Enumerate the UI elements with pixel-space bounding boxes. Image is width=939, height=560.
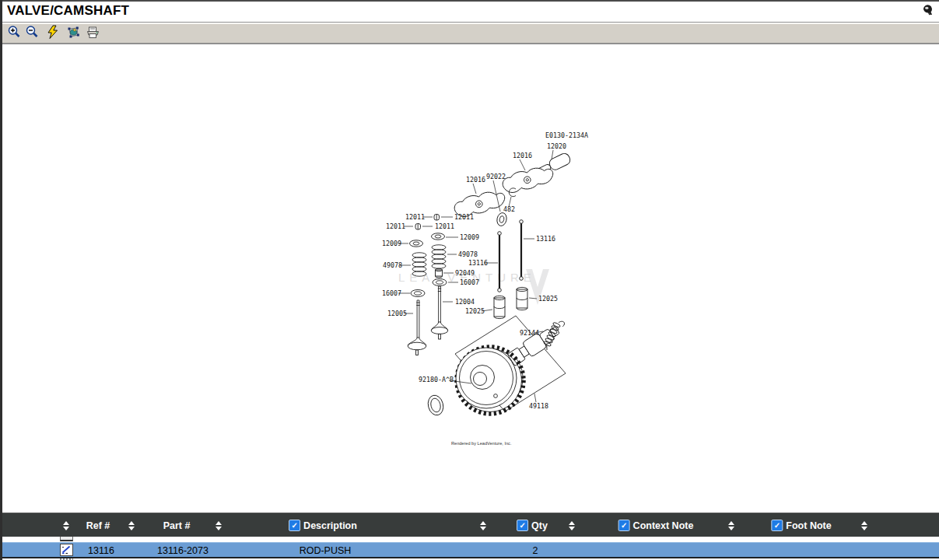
flash-button[interactable] <box>44 25 61 42</box>
cell-description: ROD-PUSH <box>300 543 352 558</box>
window-top-border <box>0 0 939 2</box>
part-label-92144[interactable]: 92144 <box>520 329 539 337</box>
part-label-49118[interactable]: 49118 <box>529 402 548 410</box>
part-label-12016-left[interactable]: 12016 <box>466 176 485 184</box>
zoom-out-icon <box>25 25 40 42</box>
edit-row-icon[interactable] <box>60 544 73 556</box>
parts-diagram: LEADVENTURE <box>0 44 939 513</box>
part-label-12025-left[interactable]: 12025 <box>465 307 485 315</box>
description-checkbox[interactable] <box>289 520 300 531</box>
part-label-12009-right[interactable]: 12009 <box>460 233 479 241</box>
sort-icon[interactable] <box>861 513 867 537</box>
column-header-context-note[interactable]: Context Note <box>618 513 694 537</box>
page-title: VALVE/CAMSHAFT <box>0 3 129 19</box>
context-note-checkbox[interactable] <box>618 520 630 531</box>
cell-ref: 13116 <box>88 543 114 558</box>
part-shape-12009-left[interactable] <box>410 240 423 247</box>
part-label-12004[interactable]: 12004 <box>455 298 475 306</box>
part-shape-49118[interactable] <box>455 316 566 414</box>
print-icon <box>86 26 100 42</box>
part-label-92180[interactable]: 92180-A^B <box>419 376 454 383</box>
sort-icon[interactable] <box>63 513 69 537</box>
print-button[interactable] <box>84 25 101 42</box>
column-header-part[interactable]: Part # <box>163 513 191 537</box>
column-header-foot-note[interactable]: Foot Note <box>771 513 831 537</box>
part-shape-12009-right[interactable] <box>432 233 445 240</box>
part-label-12025-right[interactable]: 12025 <box>538 295 558 303</box>
part-label-16007-left[interactable]: 16007 <box>382 289 401 297</box>
part-label-13116-right[interactable]: 13116 <box>536 235 555 243</box>
parts-table: Ref # Part # Description Qty Context Not… <box>0 513 939 560</box>
part-label-49078-left[interactable]: 49078 <box>383 261 402 269</box>
part-label-482[interactable]: 482 <box>503 205 515 213</box>
window-left-border <box>0 0 2 560</box>
part-label-12005[interactable]: 12005 <box>387 310 407 317</box>
part-label-12009-left[interactable]: 12009 <box>382 240 401 247</box>
zoom-out-button[interactable] <box>23 25 40 42</box>
part-shape-12005[interactable] <box>408 300 426 355</box>
part-label-12011-c[interactable]: 12011 <box>386 222 405 230</box>
part-shape-12004[interactable] <box>431 286 448 339</box>
column-header-description[interactable]: Description <box>289 513 357 537</box>
part-label-16007-right[interactable]: 16007 <box>460 278 479 286</box>
part-shape-12011-a[interactable] <box>434 215 440 221</box>
part-shape-92049[interactable] <box>436 268 443 278</box>
cell-part: 13116-2073 <box>157 543 208 558</box>
title-bar: VALVE/CAMSHAFT <box>0 0 939 23</box>
sort-icon[interactable] <box>480 513 486 537</box>
table-row[interactable]: 13116 13116-2073 ROD-PUSH 2 <box>0 542 939 557</box>
column-header-qty[interactable]: Qty <box>517 513 548 537</box>
table-scroll-gap <box>0 537 939 542</box>
table-header: Ref # Part # Description Qty Context Not… <box>0 513 939 537</box>
hotspots-button[interactable] <box>65 25 82 42</box>
sort-icon[interactable] <box>128 513 135 537</box>
toolbar <box>0 23 939 44</box>
render-credit: Rendered by LeadVenture, Inc. <box>451 441 512 446</box>
part-label-92022[interactable]: 92022 <box>486 173 506 180</box>
zoom-in-icon <box>7 25 22 42</box>
sort-icon[interactable] <box>569 513 575 537</box>
part-label-12020[interactable]: 12020 <box>547 142 566 150</box>
foot-note-checkbox[interactable] <box>771 520 783 531</box>
zoom-in-button[interactable] <box>5 25 23 42</box>
sort-icon[interactable] <box>215 513 222 537</box>
qty-checkbox[interactable] <box>517 520 528 531</box>
part-shape-49078-right[interactable] <box>432 245 446 268</box>
part-label-12011-d[interactable]: 12011 <box>435 222 454 230</box>
part-shape-92022[interactable] <box>496 212 507 226</box>
part-shape-92180[interactable] <box>426 394 446 417</box>
diagram-canvas: LEADVENTURE <box>0 44 939 513</box>
part-shape-16007-right[interactable] <box>433 279 447 286</box>
part-label-13116-left[interactable]: 13116 <box>468 259 488 267</box>
cell-qty: 2 <box>533 543 538 558</box>
flash-icon <box>47 25 60 42</box>
diagram-code-label: E0130-2134A <box>545 131 588 139</box>
sort-icon[interactable] <box>728 513 734 537</box>
part-label-12011-a[interactable]: 12011 <box>405 213 425 221</box>
part-label-49078-right[interactable]: 49078 <box>458 250 478 258</box>
app-window: VALVE/CAMSHAFT <box>0 0 939 560</box>
part-shape-12025-right[interactable] <box>517 287 527 310</box>
part-shape-12011-b[interactable] <box>415 224 421 230</box>
part-label-92049[interactable]: 92049 <box>455 269 475 277</box>
part-shape-16007-left[interactable] <box>411 290 425 297</box>
part-shape-12025-left[interactable] <box>494 296 505 318</box>
part-label-12011-b[interactable]: 12011 <box>454 213 474 221</box>
column-header-ref[interactable]: Ref # <box>86 513 110 537</box>
part-label-12016-right[interactable]: 12016 <box>513 152 532 159</box>
previous-row-icon-fragment <box>60 537 73 541</box>
busy-cursor-icon <box>920 3 934 17</box>
hotspots-icon <box>66 25 81 42</box>
